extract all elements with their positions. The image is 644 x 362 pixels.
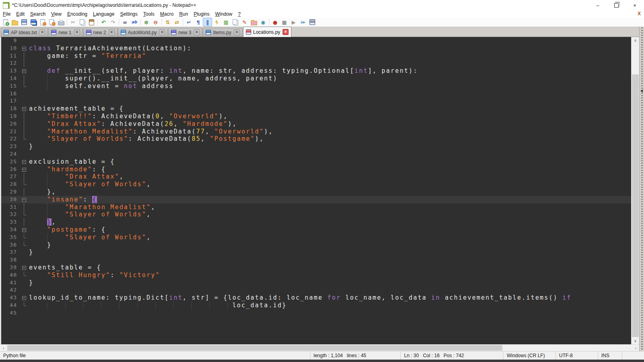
save-all-button[interactable] [29, 18, 38, 27]
menu-view[interactable]: View [48, 11, 64, 17]
fold-toggle[interactable] [19, 264, 29, 272]
tab-new-3[interactable]: new 3✕ [168, 28, 202, 37]
show-all-characters-button[interactable]: ¶ [194, 18, 203, 27]
menu-edit[interactable]: Edit [13, 11, 27, 17]
horizontal-scrollbar-thumb[interactable] [7, 345, 502, 351]
macro-record-button[interactable]: ● [270, 18, 280, 27]
tab-ap-ideas-txt[interactable]: AP Ideas.txt✕ [1, 28, 48, 37]
tab-close-icon[interactable]: ✕ [39, 29, 45, 35]
code-line[interactable]: 38 [1, 256, 631, 264]
menu-settings[interactable]: Settings [117, 11, 140, 17]
code-line[interactable]: 25exclusion_table = { [1, 158, 631, 166]
dock-collapse-arrow-icon[interactable] [640, 89, 643, 93]
horizontal-scrollbar[interactable]: ‹ › [0, 344, 639, 351]
status-insert-mode[interactable]: INS [598, 352, 622, 360]
tab-close-icon[interactable]: ✕ [74, 29, 80, 35]
menu-search[interactable]: Search [27, 11, 48, 17]
macro-run-multiple-button[interactable]: ▶▶ [298, 18, 308, 27]
scroll-left-arrow[interactable]: ‹ [0, 345, 7, 351]
zoom-out-button[interactable]: ⊖ [151, 18, 160, 27]
dock-splitter[interactable] [639, 27, 644, 351]
code-line[interactable]: 45 [1, 309, 631, 317]
define-language-button[interactable]: ϟ [212, 18, 221, 27]
folder-as-workspace-button[interactable] [249, 18, 258, 27]
fold-toggle[interactable] [19, 67, 29, 75]
paste-button[interactable] [87, 18, 96, 27]
fold-toggle[interactable] [19, 294, 29, 302]
code-line[interactable]: 20 "Drax Attax": AchieveData(26, "Hardmo… [1, 120, 631, 128]
menu-run[interactable]: Run [176, 11, 191, 17]
code-line[interactable]: 43lookup_id_to_name: typing.Dict[int, st… [1, 294, 631, 302]
code-line[interactable]: 35 "Slayer of Worlds", [1, 234, 631, 241]
code-line[interactable]: 12 [1, 60, 631, 67]
tab-close-icon[interactable]: ✕ [109, 29, 115, 35]
fold-toggle[interactable] [19, 166, 29, 173]
function-list-button[interactable]: ✎ [240, 18, 249, 27]
scroll-up-arrow[interactable]: ∧ [632, 37, 639, 44]
scroll-right-arrow[interactable]: › [632, 345, 639, 351]
menu-file[interactable]: File [0, 11, 13, 17]
menu-macro[interactable]: Macro [157, 11, 176, 17]
fold-toggle[interactable] [19, 158, 29, 166]
code-line[interactable]: 18achievement_table = { [1, 105, 631, 113]
sync-vertical-button[interactable]: ⇅ [163, 18, 172, 27]
save-file-button[interactable] [19, 18, 29, 27]
code-line[interactable]: 33 }, [1, 218, 631, 226]
sync-horizontal-button[interactable]: ⇄ [172, 18, 182, 27]
code-line[interactable]: 39events_table = { [1, 264, 631, 272]
document-list-button[interactable] [231, 18, 240, 27]
code-line[interactable]: 17 [1, 97, 631, 105]
close-button[interactable]: × [625, 0, 644, 10]
zoom-in-button[interactable]: ⊕ [142, 18, 151, 27]
tab-locations-py[interactable]: Locations.py✕ [243, 27, 291, 37]
macro-play-button[interactable]: ▶ [289, 18, 298, 27]
code-line[interactable]: 31 "Marathon Medalist", [1, 204, 631, 211]
fold-toggle[interactable] [19, 105, 29, 113]
menu-window[interactable]: Window [213, 11, 235, 17]
code-line[interactable]: 9 [1, 37, 631, 45]
document-map-button[interactable]: ▦ [221, 18, 231, 27]
code-line[interactable]: 41} [1, 279, 631, 287]
editor[interactable]: 910class TerrariaAchievement(Location):1… [0, 37, 639, 344]
tab-autoworld-py[interactable]: AutoWorld.py✕ [118, 28, 168, 37]
find-button[interactable]: ∞ [120, 18, 130, 27]
code-line[interactable]: 26 "hardmode": { [1, 166, 631, 173]
code-line[interactable]: 19 "Timber!!": AchieveData(0, "Overworld… [1, 113, 631, 120]
status-cursor-position[interactable]: Ln : 30 Col : 16 Pos : 742 [400, 352, 503, 360]
menu-[interactable]: ? [235, 11, 244, 17]
code-line[interactable]: 40 "Still Hungry": "Victory" [1, 272, 631, 279]
code-line[interactable]: 42 [1, 286, 631, 294]
macro-save-button[interactable] [308, 18, 317, 27]
code-line[interactable]: 28 "Slayer of Worlds", [1, 181, 631, 188]
code-line[interactable]: 32 "Slayer of Worlds", [1, 211, 631, 218]
code-line[interactable]: 30 "insane": { [1, 196, 631, 204]
code-line[interactable]: 11 game: str = "Terraria" [1, 52, 631, 60]
scroll-down-arrow[interactable]: ∨ [632, 337, 639, 344]
tab-items-py[interactable]: Items.py✕ [203, 28, 242, 37]
code-line[interactable]: 10class TerrariaAchievement(Location): [1, 45, 631, 52]
copy-button[interactable] [78, 18, 87, 27]
code-line[interactable]: 44 loc_data.id} [1, 302, 631, 309]
code-pane[interactable]: 910class TerrariaAchievement(Location):1… [1, 37, 631, 344]
cut-button[interactable]: ✂ [68, 18, 78, 27]
fold-toggle[interactable] [19, 226, 29, 234]
menu-language[interactable]: Language [90, 11, 117, 17]
code-line[interactable]: 15 self.event = not address [1, 82, 631, 90]
tab-close-icon[interactable]: ✕ [283, 29, 289, 35]
close-document-icon[interactable]: X [636, 11, 642, 17]
code-line[interactable]: 22 "Slayer of Worlds": AchieveData(85, "… [1, 135, 631, 143]
code-line[interactable]: 29 }, [1, 188, 631, 196]
menu-plugins[interactable]: Plugins [191, 11, 212, 17]
code-line[interactable]: 27 "Drax Attax", [1, 173, 631, 181]
fold-toggle[interactable] [19, 45, 29, 52]
code-line[interactable]: 13 def __init__(self, player: int, name:… [1, 67, 631, 75]
code-line[interactable]: 23} [1, 143, 631, 150]
tab-close-icon[interactable]: ✕ [159, 29, 165, 35]
open-file-button[interactable] [10, 18, 19, 27]
code-line[interactable]: 34 "postgame": { [1, 226, 631, 234]
minimize-button[interactable]: – [588, 0, 607, 10]
restore-button[interactable] [607, 0, 625, 10]
vertical-scrollbar[interactable]: ∧ ∨ [631, 37, 639, 344]
show-indent-guide-button[interactable]: ∥ [203, 18, 212, 27]
code-line[interactable]: 37} [1, 249, 631, 256]
